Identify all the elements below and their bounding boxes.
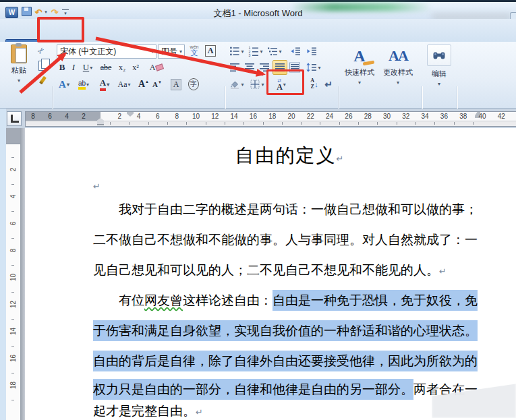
first-line-indent-marker[interactable] [127, 111, 134, 117]
text-line[interactable]: 有位网友曾这样论述自由：自由是一种免于恐惧，免于奴役，免 [93, 293, 516, 309]
character-border-button[interactable]: A [204, 43, 217, 58]
document-heading[interactable]: 自由的定义↵ [93, 143, 487, 169]
qat-customize-icon[interactable]: ▾ [62, 9, 69, 16]
format-painter-button[interactable] [35, 74, 50, 86]
text-effects-button[interactable]: A [55, 77, 73, 92]
ruler-mark [377, 122, 378, 125]
show-marks-button[interactable]: ↵ [322, 77, 335, 92]
subscript-button[interactable]: x₂ [116, 61, 128, 74]
multilevel-list-button[interactable] [266, 44, 283, 58]
sort-button[interactable]: AZ ↓ [308, 77, 321, 92]
word-logo-letter: W [9, 9, 15, 16]
copy-icon [38, 61, 47, 71]
text-line[interactable]: 起才是完整自由。↵ [93, 403, 491, 420]
ruler-mark [282, 122, 283, 125]
align-center-button[interactable] [243, 61, 256, 74]
shrink-font-button[interactable]: A▼ [151, 77, 163, 92]
editing-label: 编辑 [432, 69, 447, 79]
strikethrough-button[interactable]: abe [97, 61, 115, 74]
italic-button[interactable]: I [69, 61, 78, 74]
ruler-mark: 34 [422, 112, 429, 121]
ruler-mark: 18 [9, 380, 17, 392]
numbering-button[interactable] [247, 44, 264, 58]
paste-button[interactable]: 粘贴 [5, 44, 32, 84]
ruler-mark: 14 [9, 326, 17, 338]
line-spacing-button[interactable] [305, 61, 322, 74]
ruler-mark: 22 [307, 112, 314, 121]
undo-dropdown-icon[interactable]: ▾ [43, 7, 49, 18]
change-styles-dropdown-icon [397, 78, 399, 86]
shading-button[interactable] [228, 77, 246, 92]
text-highlight-button[interactable]: ab [74, 77, 93, 92]
ruler-mark [454, 122, 455, 125]
tab-stop-selector[interactable] [7, 111, 22, 126]
undo-icon[interactable]: ↶ [34, 7, 43, 18]
phonetic-guide-button[interactable]: wén 文 [187, 43, 202, 58]
borders-button[interactable] [248, 77, 266, 92]
ruler-mark: 28 [364, 112, 372, 121]
ruler-mark: 40 [478, 112, 486, 121]
grow-arrow-icon: ▲ [145, 80, 149, 84]
page-edge-shadow [20, 128, 25, 420]
ruler-mark [11, 373, 14, 373]
ruler-mark: 10 [192, 112, 200, 121]
asian-layout-button[interactable]: ⇄A [271, 77, 291, 92]
ruler-left-margin-zone [26, 112, 101, 121]
change-case-button[interactable]: Aa [115, 77, 134, 92]
font-color-button[interactable]: A [96, 77, 113, 92]
ruler-mark: 20 [287, 112, 295, 121]
font-name-combo[interactable]: 宋体 (中文正文) [57, 44, 156, 59]
ruler-mark: 12 [9, 299, 17, 311]
ruler-mark: 36 [440, 112, 448, 121]
quick-styles-button[interactable]: A 快速样式 [341, 44, 378, 86]
decrease-indent-button[interactable] [289, 44, 302, 58]
vertical-ruler-margin-zone [6, 128, 20, 144]
redo-icon[interactable]: ↷ [50, 7, 59, 18]
ruler-mark: 18 [268, 112, 276, 121]
increase-indent-button[interactable] [305, 44, 318, 58]
justify-button[interactable] [273, 60, 287, 75]
change-styles-button[interactable]: AA 更改样式 [379, 44, 417, 86]
change-styles-label: 更改样式 [383, 67, 413, 78]
character-shading-button[interactable]: A [169, 77, 183, 92]
sort-arrow-icon: ↓ [314, 80, 318, 88]
ruler-mark [11, 400, 14, 400]
underline-button[interactable]: U [80, 61, 96, 74]
ruler-mark [206, 122, 206, 125]
save-icon[interactable] [22, 7, 32, 16]
text-line[interactable]: 权力只是自由的一部分，自律和他律是自由的另一部分。两者合在一 [93, 382, 491, 398]
grow-font-button[interactable]: A▲ [138, 77, 150, 92]
ruler-mark: 12 [211, 112, 219, 121]
find-binoculars-icon [427, 44, 451, 66]
ruler-mark [11, 265, 14, 266]
ruler-mark: 42 [498, 112, 505, 121]
left-indent-marker[interactable] [97, 124, 104, 127]
align-left-button[interactable] [228, 61, 241, 74]
ruler-mark: 16 [250, 112, 257, 121]
clear-formatting-button[interactable]: A [147, 61, 166, 74]
bullets-button[interactable] [228, 44, 246, 58]
enclose-characters-button[interactable]: 字 [186, 77, 201, 92]
ruler-mark: 14 [231, 112, 238, 121]
quick-styles-icon: A [353, 44, 365, 67]
distribute-button[interactable] [288, 61, 302, 74]
text-line[interactable]: 我对于自由二字的概述是两句话：一做自己想做和可以做的事； [93, 202, 516, 218]
bold-button[interactable]: B [57, 61, 67, 74]
editing-button[interactable]: 编辑 [426, 44, 452, 87]
text-line[interactable]: 自由的背后是自律，除了自律外自由还要接受他律，因此为所欲为的 [93, 353, 491, 369]
cut-button[interactable]: ✂ [32, 41, 51, 60]
clipboard-icon [11, 44, 27, 63]
font-size-combo[interactable]: 四号 [158, 44, 185, 59]
copy-button[interactable] [35, 59, 50, 71]
paragraph-mark: ↵ [337, 154, 345, 164]
text-line[interactable]: 于伤害和满足自身欲望，实现自我价值的一种舒适和谐的心理状态。 [93, 323, 491, 339]
paste-dropdown-icon [18, 76, 20, 84]
text-line[interactable]: 见自己想见和可以见的人；二不见自己不想见和不能见的人。↵ [93, 262, 491, 280]
align-right-button[interactable] [258, 61, 271, 74]
superscript-button[interactable]: x² [130, 61, 142, 74]
word-logo-icon[interactable]: W [5, 7, 18, 18]
ruler-mark [11, 238, 14, 239]
ruler-mark [339, 122, 340, 125]
text-line[interactable]: 二不做自己不想做和不能做的事。人与事同理。对人自然就成了：一 [93, 232, 491, 248]
text-line[interactable]: ↵ [93, 177, 491, 195]
